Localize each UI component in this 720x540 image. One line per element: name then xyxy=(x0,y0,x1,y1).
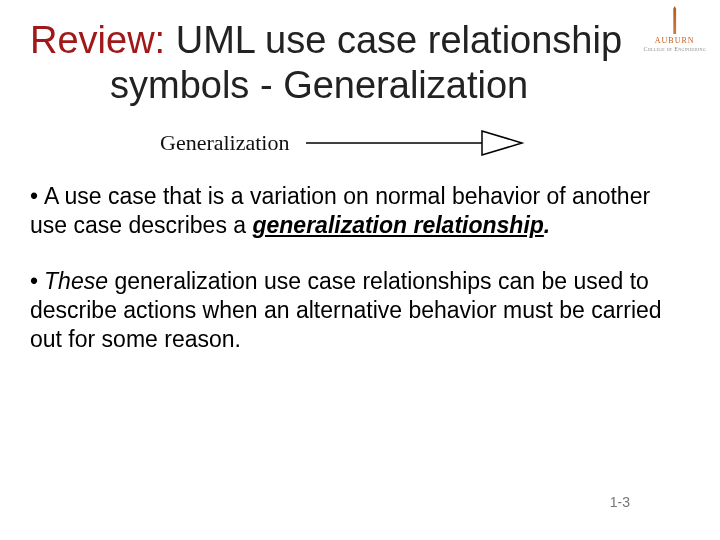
svg-marker-1 xyxy=(482,131,522,155)
generalization-arrow-icon xyxy=(306,126,526,160)
bullet-marker: • xyxy=(30,268,38,294)
title-rest-line1: UML use case relationship xyxy=(165,19,622,61)
bullet-1: •A use case that is a variation on norma… xyxy=(30,182,690,241)
bullet-1-emph: generalization relationship xyxy=(252,212,543,238)
page-number: 1-3 xyxy=(610,494,630,510)
auburn-logo: AUBURN College of Engineering xyxy=(643,6,706,52)
diagram-label: Generalization xyxy=(160,130,290,156)
bullet-list: •A use case that is a variation on norma… xyxy=(30,182,690,355)
bullet-marker: • xyxy=(30,183,38,209)
title-review-word: Review: xyxy=(30,19,165,61)
slide: AUBURN College of Engineering Review: UM… xyxy=(0,0,720,540)
slide-title: Review: UML use case relationship symbol… xyxy=(30,18,690,108)
logo-subtext: College of Engineering xyxy=(643,46,706,52)
bullet-1-post: . xyxy=(544,212,550,238)
tower-icon xyxy=(668,6,682,34)
bullet-2-rest: generalization use case relationships ca… xyxy=(30,268,662,353)
title-line2: symbols - Generalization xyxy=(30,63,690,108)
bullet-2: •These generalization use case relations… xyxy=(30,267,690,355)
generalization-diagram: Generalization xyxy=(160,126,690,160)
logo-text: AUBURN xyxy=(643,36,706,45)
bullet-2-lead: These xyxy=(44,268,108,294)
